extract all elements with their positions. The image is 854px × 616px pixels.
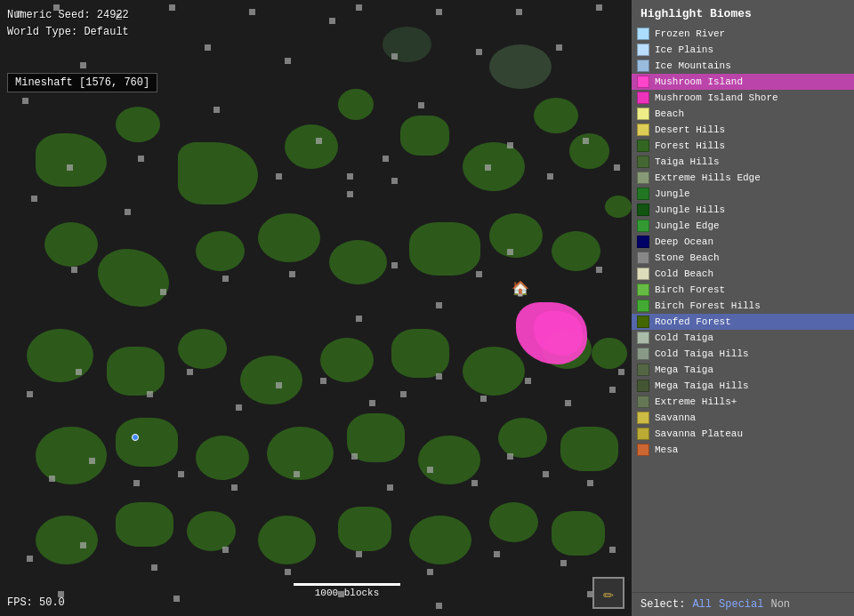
biome-name: Roofed Forest xyxy=(655,316,731,327)
biome-name: Forest Hills xyxy=(655,140,725,151)
biome-item[interactable]: Savanna xyxy=(632,410,854,426)
biome-item[interactable]: Deep Ocean xyxy=(632,234,854,250)
biome-color-swatch xyxy=(637,300,649,312)
top-left-info: Numeric Seed: 24922 World Type: Default xyxy=(7,7,129,41)
biome-item[interactable]: Cold Taiga xyxy=(632,330,854,346)
biome-name: Jungle Hills xyxy=(655,204,725,215)
biome-name: Deep Ocean xyxy=(655,236,713,247)
biome-name: Cold Beach xyxy=(655,268,713,279)
biome-name: Ice Plains xyxy=(655,44,713,55)
biome-item[interactable]: Desert Hills xyxy=(632,122,854,138)
biome-color-swatch xyxy=(637,236,649,248)
biome-color-swatch xyxy=(637,316,649,328)
biome-item[interactable]: Birch Forest Hills xyxy=(632,298,854,314)
biome-name: Ice Mountains xyxy=(655,60,731,71)
biome-item[interactable]: Mushroom Island xyxy=(632,74,854,90)
biome-item[interactable]: Mushroom Island Shore xyxy=(632,90,854,106)
biome-name: Mega Taiga xyxy=(655,364,713,375)
select-label: Select: xyxy=(640,598,685,611)
biome-name: Desert Hills xyxy=(655,124,725,135)
right-panel: Highlight Biomes Frozen RiverIce PlainsI… xyxy=(632,0,854,616)
fps-counter: FPS: 50.0 xyxy=(7,596,65,609)
biome-name: Beach xyxy=(655,108,684,119)
biome-color-swatch xyxy=(637,204,649,216)
biome-color-swatch xyxy=(637,108,649,120)
biome-name: Birch Forest Hills xyxy=(655,300,761,311)
biome-name: Taiga Hills xyxy=(655,156,720,167)
scale-bar-line xyxy=(294,583,400,586)
biome-item[interactable]: Extreme Hills+ xyxy=(632,394,854,410)
biome-item[interactable]: Forest Hills xyxy=(632,138,854,154)
biome-color-swatch xyxy=(637,396,649,408)
biome-color-swatch xyxy=(637,44,649,56)
biome-name: Extreme Hills Edge xyxy=(655,172,761,183)
biome-name: Jungle Edge xyxy=(655,220,720,231)
biome-item[interactable]: Mesa xyxy=(632,442,854,458)
biome-color-swatch xyxy=(637,28,649,40)
biome-list[interactable]: Frozen RiverIce PlainsIce MountainsMushr… xyxy=(632,26,854,592)
biome-item[interactable]: Cold Taiga Hills xyxy=(632,346,854,362)
biome-color-swatch xyxy=(637,76,649,88)
biome-name: Savanna xyxy=(655,412,696,423)
biome-color-swatch xyxy=(637,412,649,424)
panel-title: Highlight Biomes xyxy=(632,0,854,26)
biome-name: Mega Taiga Hills xyxy=(655,380,749,391)
biome-item[interactable]: Ice Mountains xyxy=(632,58,854,74)
biome-item[interactable]: Mega Taiga Hills xyxy=(632,378,854,394)
biome-color-swatch xyxy=(637,92,649,104)
biome-color-swatch xyxy=(637,220,649,232)
biome-color-swatch xyxy=(637,428,649,440)
biome-name: Birch Forest xyxy=(655,284,725,295)
biome-color-swatch xyxy=(637,364,649,376)
biome-item[interactable]: Mega Taiga xyxy=(632,362,854,378)
biome-color-swatch xyxy=(637,444,649,456)
scale-bar-text: 1000 blocks xyxy=(294,588,400,598)
biome-item[interactable]: Roofed Forest xyxy=(632,314,854,330)
biome-color-swatch xyxy=(637,60,649,72)
biome-color-swatch xyxy=(637,284,649,296)
compass-box: ✏ xyxy=(592,577,624,609)
mineshaft-label: Mineshaft [1576, 760] xyxy=(7,73,157,92)
biome-name: Mesa xyxy=(655,444,678,455)
biome-color-swatch xyxy=(637,156,649,168)
scale-bar: 1000 blocks xyxy=(294,583,400,598)
biome-color-swatch xyxy=(637,140,649,152)
biome-name: Jungle xyxy=(655,188,690,199)
biome-color-swatch xyxy=(637,380,649,392)
biome-name: Extreme Hills+ xyxy=(655,396,737,407)
biome-name: Mushroom Island Shore xyxy=(655,92,778,103)
biome-color-swatch xyxy=(637,188,649,200)
biome-item[interactable]: Taiga Hills xyxy=(632,154,854,170)
biome-item[interactable]: Frozen River xyxy=(632,26,854,42)
map-area[interactable]: 🏠 xyxy=(0,0,632,616)
biome-item[interactable]: Jungle Edge xyxy=(632,218,854,234)
biome-item[interactable]: Extreme Hills Edge xyxy=(632,170,854,186)
biome-color-swatch xyxy=(637,124,649,136)
select-special-btn[interactable]: Special xyxy=(719,598,763,611)
biome-color-swatch xyxy=(637,172,649,184)
biome-item[interactable]: Beach xyxy=(632,106,854,122)
biome-name: Savanna Plateau xyxy=(655,428,743,439)
biome-item[interactable]: Ice Plains xyxy=(632,42,854,58)
biome-color-swatch xyxy=(637,268,649,280)
biome-name: Frozen River xyxy=(655,28,725,39)
select-row: Select: All Special Non xyxy=(632,592,854,616)
compass-icon: ✏ xyxy=(603,582,614,604)
biome-name: Stone Beach xyxy=(655,252,720,263)
select-non-btn[interactable]: Non xyxy=(770,598,790,611)
house-icon: 🏠 xyxy=(512,280,529,298)
biome-name: Cold Taiga Hills xyxy=(655,348,749,359)
biome-color-swatch xyxy=(637,332,649,344)
player-dot xyxy=(132,434,139,441)
biome-item[interactable]: Jungle xyxy=(632,186,854,202)
biome-item[interactable]: Savanna Plateau xyxy=(632,426,854,442)
biome-item[interactable]: Birch Forest xyxy=(632,282,854,298)
select-all-btn[interactable]: All xyxy=(692,598,712,611)
biome-item[interactable]: Jungle Hills xyxy=(632,202,854,218)
numeric-seed-label: Numeric Seed: 24922 xyxy=(7,7,129,24)
biome-color-swatch xyxy=(637,348,649,360)
biome-item[interactable]: Stone Beach xyxy=(632,250,854,266)
biome-color-swatch xyxy=(637,252,649,264)
biome-item[interactable]: Cold Beach xyxy=(632,266,854,282)
world-type-label: World Type: Default xyxy=(7,24,129,41)
